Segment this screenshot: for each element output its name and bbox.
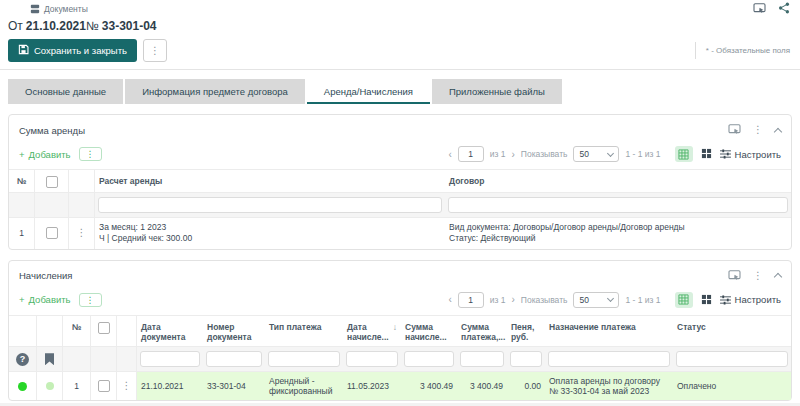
collapse-section-icon[interactable]	[774, 273, 782, 281]
tab-contract-subject-info[interactable]: Информация предмете договора	[125, 79, 305, 104]
filter-input-doc-number[interactable]	[206, 351, 262, 367]
row-checkbox[interactable]	[98, 380, 110, 392]
next-page-icon[interactable]: ›	[511, 294, 514, 305]
section-menu-icon[interactable]: ⋮	[753, 271, 763, 281]
filter-cell	[401, 347, 457, 371]
kebab-icon: ⋮	[150, 45, 160, 56]
tab-rent-accruals[interactable]: Аренда/Начисления	[307, 79, 430, 104]
save-and-close-button[interactable]: Сохранить и закрыть	[8, 39, 137, 62]
filter-input-pay-type[interactable]	[268, 351, 340, 367]
grid-view-button[interactable]	[675, 146, 693, 162]
screen-share-icon[interactable]	[753, 0, 766, 18]
card-view-button[interactable]	[701, 291, 712, 309]
rent-sum-row-1[interactable]: 1 ⋮ За месяц: 1 2023Ч | Средний чек: 300…	[9, 217, 791, 249]
page-title: От21.10.2021№33-301-04	[0, 15, 800, 35]
doc-date-cell: 21.10.2021	[137, 372, 203, 400]
filter-input-accrual-sum[interactable]	[404, 351, 454, 367]
filter-input-payment-sum[interactable]	[460, 351, 504, 367]
row-checkbox[interactable]	[46, 227, 58, 239]
accruals-filter-row: ?	[9, 346, 791, 371]
screen-share-icon[interactable]	[728, 267, 741, 285]
filter-input-status[interactable]	[676, 351, 788, 367]
add-menu-button[interactable]: ⋮	[79, 147, 102, 161]
page-size-select[interactable]: 50	[573, 292, 619, 308]
filter-input-purpose[interactable]	[548, 351, 670, 367]
help-icon[interactable]: ?	[16, 353, 29, 366]
breadcrumb[interactable]: Документы	[44, 4, 88, 14]
filter-input-calc[interactable]	[98, 197, 442, 213]
screen-share-icon[interactable]	[728, 121, 741, 139]
select-all-cell	[91, 316, 117, 346]
row-number: 1	[63, 372, 91, 400]
more-actions-button[interactable]: ⋮	[143, 39, 167, 62]
share-icon[interactable]	[778, 0, 790, 18]
configure-button[interactable]: Настроить	[720, 294, 781, 305]
column-header-payment-sum[interactable]: Сумма платежа,...	[457, 316, 507, 346]
section-menu-icon[interactable]: ⋮	[753, 125, 763, 135]
title-number-sign: №	[86, 19, 99, 33]
accruals-header: Начисления ⋮	[9, 261, 791, 288]
tab-main-data[interactable]: Основные данные	[8, 79, 123, 104]
add-button[interactable]: + Добавить	[19, 294, 71, 305]
documents-module-icon	[30, 0, 40, 18]
bookmark-icon[interactable]	[45, 353, 54, 365]
help-cell: ?	[9, 347, 37, 371]
filter-input-penalty[interactable]	[510, 351, 542, 367]
row-menu-icon[interactable]: ⋮	[77, 228, 87, 238]
row-menu-icon[interactable]: ⋮	[122, 381, 132, 391]
filter-cell	[343, 347, 401, 371]
tab-attached-files[interactable]: Приложенные файлы	[432, 79, 562, 104]
filter-input-accrual-date[interactable]	[346, 351, 398, 367]
title-number: 33-301-04	[102, 19, 157, 33]
column-header-accrual-date[interactable]: Дата начисле...↓	[343, 316, 401, 346]
column-header-doc-number[interactable]: Номер документа	[203, 316, 265, 346]
column-header-purpose[interactable]: Назначение платежа	[545, 316, 673, 346]
filter-cell	[95, 193, 445, 217]
add-label: Добавить	[29, 149, 71, 160]
tab-bar: Основные данные Информация предмете дого…	[0, 70, 800, 104]
add-menu-button[interactable]: ⋮	[79, 293, 102, 307]
kebab-icon: ⋮	[86, 295, 95, 305]
add-button[interactable]: + Добавить	[19, 149, 71, 160]
pager: ‹ из 1 › Показывать 50 1 - 1 из 1	[448, 292, 660, 308]
column-header-accrual-sum[interactable]: Сумма начисле...	[401, 316, 457, 346]
configure-label: Настроить	[735, 149, 781, 160]
filter-cell	[445, 193, 791, 217]
grid-view-button[interactable]	[675, 292, 693, 308]
secondary-dot-cell	[37, 372, 63, 400]
range-label: 1 - 1 из 1	[625, 295, 660, 305]
secondary-dot-icon	[46, 382, 54, 390]
card-view-button[interactable]	[701, 145, 712, 163]
collapse-section-icon[interactable]	[774, 127, 782, 135]
calc-line1: За месяц: 1 2023	[99, 222, 166, 232]
accruals-row-1[interactable]: 1 ⋮ 21.10.2021 33-301-04 Арендный - фикс…	[9, 371, 791, 400]
filter-input-doc-date[interactable]	[140, 351, 200, 367]
sliders-icon	[720, 295, 731, 305]
contract-line1: Вид документа: Договоры/Договор аренды/Д…	[449, 222, 685, 232]
filter-cell	[203, 347, 265, 371]
row-menu-column	[69, 170, 95, 192]
column-header-pay-type[interactable]: Тип платежа	[265, 316, 343, 346]
prev-page-icon[interactable]: ‹	[448, 149, 451, 160]
select-all-checkbox[interactable]	[98, 322, 110, 334]
range-label: 1 - 1 из 1	[625, 149, 660, 159]
purpose-cell: Оплата аренды по договору № 33-301-04 за…	[545, 372, 673, 400]
column-header-doc-date[interactable]: Дата документа	[137, 316, 203, 346]
prev-page-icon[interactable]: ‹	[448, 294, 451, 305]
page-number-input[interactable]	[458, 292, 484, 308]
rent-sum-header: Сумма аренды ⋮	[9, 115, 791, 142]
next-page-icon[interactable]: ›	[511, 149, 514, 160]
column-header-status[interactable]: Статус	[673, 316, 791, 346]
filter-input-contract[interactable]	[448, 197, 788, 213]
column-header-penalty[interactable]: Пеня, руб.	[507, 316, 545, 346]
configure-label: Настроить	[735, 294, 781, 305]
select-all-checkbox[interactable]	[46, 176, 58, 188]
payment-sum-cell: 3 400.49	[457, 372, 507, 400]
show-label: Показывать	[521, 149, 568, 159]
filter-cell	[457, 347, 507, 371]
configure-button[interactable]: Настроить	[720, 149, 781, 160]
page-size-select[interactable]: 50	[573, 146, 619, 162]
contract-cell: Вид документа: Договоры/Договор аренды/Д…	[445, 218, 791, 249]
page-number-input[interactable]	[458, 146, 484, 162]
rent-sum-filter-row	[9, 192, 791, 217]
